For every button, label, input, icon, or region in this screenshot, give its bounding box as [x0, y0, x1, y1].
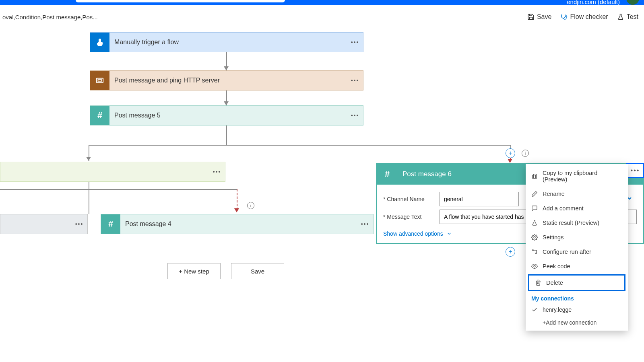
arrow-icon [508, 159, 512, 163]
card-label: Post message 4 [120, 220, 357, 228]
connector [89, 145, 511, 146]
test-label: Test [627, 13, 638, 21]
gear-icon [531, 234, 538, 241]
search-input[interactable] [76, 0, 285, 2]
add-step-button[interactable]: + [506, 247, 515, 257]
svg-point-0 [566, 16, 567, 17]
flask-icon [531, 220, 538, 226]
card-menu-button[interactable]: ••• [347, 77, 363, 84]
menu-label: Settings [543, 234, 564, 241]
info-icon[interactable]: i [522, 150, 529, 157]
flask-icon [617, 13, 624, 21]
tenant-label: endjin.com (default) [567, 0, 620, 5]
menu-settings[interactable]: Settings [526, 230, 628, 245]
slack-icon: # [377, 164, 398, 185]
save-label: Save [537, 13, 551, 21]
card-menu-button[interactable]: ••• [626, 163, 644, 178]
test-button[interactable]: Test [617, 13, 638, 21]
add-connection-label: +Add new connection [543, 319, 597, 326]
arrow-icon [224, 66, 229, 70]
my-connections-heading: My connections [526, 292, 628, 303]
flow-checker-label: Flow checker [570, 13, 608, 21]
trash-icon [535, 280, 541, 286]
menu-label: Delete [546, 280, 563, 286]
arrow-icon [224, 101, 229, 105]
svg-point-8 [534, 265, 535, 267]
menu-add-comment[interactable]: Add a comment [526, 201, 628, 216]
app-top-bar: endjin.com (default) [0, 0, 644, 5]
menu-label: Copy to my clipboard (Preview) [543, 170, 622, 183]
card-menu-button[interactable]: ••• [357, 221, 373, 227]
channel-name-label: Channel Name [383, 196, 435, 202]
svg-point-6 [533, 250, 534, 251]
connector [226, 125, 227, 145]
message-text-label: Message Text [383, 214, 435, 220]
arrow-icon [234, 208, 239, 212]
slack-icon: # [90, 106, 109, 125]
channel-name-input[interactable] [440, 192, 519, 206]
save-button[interactable]: Save [527, 13, 551, 21]
connector [89, 182, 89, 214]
menu-label: Add a comment [543, 205, 584, 212]
clipboard-icon [531, 173, 538, 179]
branch-sub-card[interactable]: ••• [0, 214, 88, 234]
comment-icon [531, 205, 538, 212]
footer-buttons: + New step Save [167, 263, 284, 279]
connection-label: henry.legge [543, 306, 572, 313]
menu-delete[interactable]: Delete [528, 274, 625, 291]
subheader: oval,Condition,Post message,Pos... Save … [0, 9, 644, 25]
http-card[interactable]: Post message and ping HTTP server ••• [90, 70, 363, 90]
pencil-icon [531, 191, 538, 197]
card-menu-button[interactable]: ••• [71, 221, 87, 227]
svg-rect-3 [533, 174, 537, 179]
check-icon [531, 306, 538, 313]
menu-static-result[interactable]: Static result (Preview) [526, 216, 628, 230]
show-advanced-label: Show advanced options [383, 230, 443, 237]
menu-configure-run-after[interactable]: Configure run after [526, 245, 628, 259]
card-menu-button[interactable]: ••• [347, 39, 363, 45]
slack-icon: # [101, 214, 120, 234]
arrow-icon [86, 157, 91, 161]
connection-item[interactable]: henry.legge [526, 303, 628, 316]
new-step-button[interactable]: + New step [167, 263, 221, 279]
svg-rect-2 [98, 80, 101, 81]
save-step-label: Save [251, 268, 264, 275]
card-label: Post message 5 [109, 112, 347, 119]
card-menu-button[interactable]: ••• [347, 112, 363, 119]
scope-icon [90, 71, 109, 90]
info-icon[interactable]: i [247, 202, 254, 209]
save-icon [527, 13, 535, 21]
svg-point-7 [536, 253, 537, 254]
flow-checker-button[interactable]: Flow checker [560, 13, 608, 21]
svg-rect-1 [97, 78, 103, 83]
svg-point-5 [534, 237, 535, 238]
svg-rect-4 [533, 175, 536, 178]
menu-peek-code[interactable]: Peek code [526, 259, 628, 274]
add-branch-button[interactable]: + [506, 148, 515, 158]
eye-icon [531, 263, 538, 269]
avatar[interactable] [626, 0, 639, 5]
card-label: Manually trigger a flow [109, 39, 347, 46]
menu-rename[interactable]: Rename [526, 187, 628, 201]
menu-label: Peek code [543, 263, 570, 269]
menu-copy-clipboard[interactable]: Copy to my clipboard (Preview) [526, 166, 628, 187]
post-message-5-card[interactable]: # Post message 5 ••• [90, 105, 363, 125]
branch-left-card[interactable]: ••• [0, 162, 225, 182]
menu-label: Rename [543, 191, 565, 197]
touch-icon [90, 33, 109, 52]
context-menu: Copy to my clipboard (Preview) Rename Ad… [526, 164, 628, 331]
add-connection[interactable]: +Add new connection [526, 316, 628, 329]
new-step-label: + New step [179, 268, 209, 275]
card-menu-button[interactable]: ••• [209, 169, 225, 175]
branch-icon [531, 249, 538, 255]
trigger-card[interactable]: Manually trigger a flow ••• [90, 32, 363, 52]
card-label: Post message and ping HTTP server [109, 77, 347, 84]
menu-label: Static result (Preview) [543, 220, 599, 226]
save-step-button[interactable]: Save [231, 263, 284, 279]
connector [0, 189, 237, 190]
chevron-down-icon [446, 231, 452, 237]
show-advanced-options[interactable]: Show advanced options [383, 230, 452, 237]
menu-label: Configure run after [543, 249, 591, 255]
connector-dashed [237, 189, 237, 210]
post-message-4-card[interactable]: # Post message 4 ••• [101, 214, 374, 234]
